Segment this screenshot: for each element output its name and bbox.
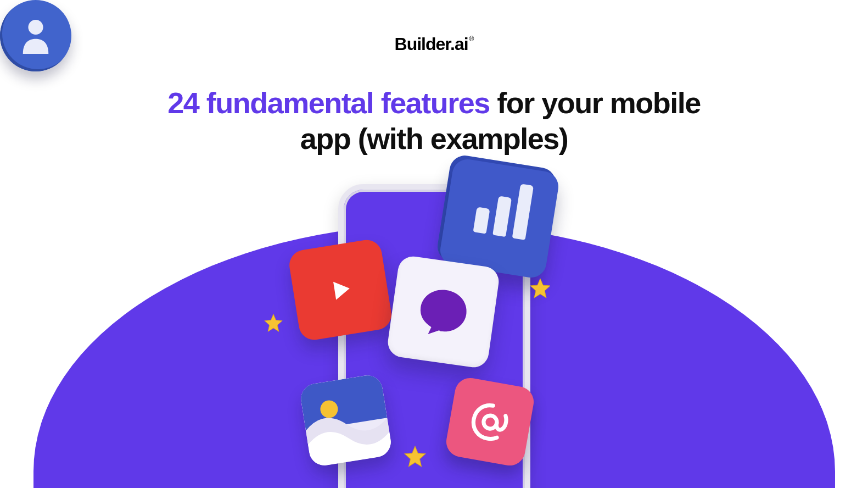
trademark-symbol: ®	[469, 35, 474, 43]
image-gallery-icon	[299, 373, 393, 468]
chat-bubble-icon	[386, 254, 501, 369]
bar-chart-icon	[438, 157, 561, 280]
headline-accent: 24 fundamental features	[167, 86, 490, 119]
hero-banner: Builder.ai ® 24 fundamental features for…	[0, 0, 868, 488]
logo-text: Builder.ai	[395, 34, 468, 54]
page-title: 24 fundamental features for your mobile …	[160, 85, 709, 157]
star-icon	[404, 445, 427, 468]
bar-2	[492, 196, 512, 237]
bar-1	[473, 207, 490, 234]
play-icon	[287, 238, 394, 342]
brand-logo: Builder.ai ®	[395, 34, 474, 54]
svg-marker-1	[333, 280, 351, 300]
at-sign-icon	[444, 376, 536, 468]
bar-group	[473, 178, 534, 240]
person-icon	[0, 0, 71, 71]
star-icon	[529, 278, 551, 300]
svg-point-0	[28, 20, 43, 35]
star-icon	[264, 313, 283, 333]
bar-3	[512, 184, 534, 240]
